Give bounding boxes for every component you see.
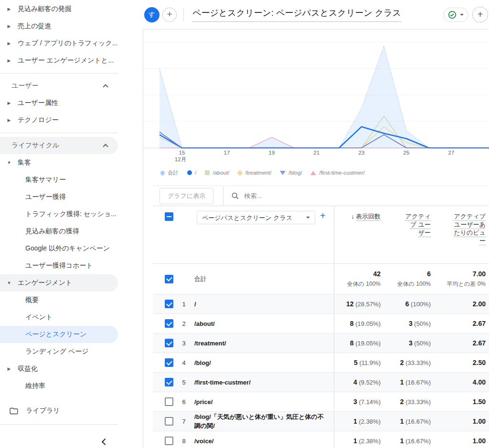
sidebar-item-engagement-overview[interactable]: 概要 [0,292,118,309]
legend-item[interactable]: /about/ [205,170,229,176]
traffic-chart: 1512月171921232527 [143,30,489,166]
sidebar-item-user-engagement[interactable]: ▶ユーザー エンゲージメントと... [0,52,118,69]
table-row[interactable]: 2 /about/ 8 (19.05%) 3 (50%) 2.67 [153,313,489,333]
table-row[interactable]: 6 /price/ 3 (7.14%) 2 (33.33%) 1.50 [153,392,489,411]
sidebar-item-non-google-campaigns[interactable]: Google 以外のキャンペーン [0,240,118,257]
sidebar-collapse [0,432,118,448]
row-number: 4 [173,359,194,366]
views-per-user-cell: 4.00 [431,378,486,386]
users-cell: 2 (33.33%) [381,359,431,366]
totals-checkbox[interactable] [165,275,173,283]
page-path-cell: /blog/「天気が悪いと体が重い」気圧と体の不調の関/ [194,412,334,431]
row-checkbox[interactable] [165,378,173,386]
sidebar-divider [0,73,118,73]
select-all-checkbox[interactable] [165,212,173,221]
sidebar-item-pages-and-screens[interactable]: ページとスクリーン [0,326,118,343]
caret-down-icon[interactable]: ▼ [7,160,11,165]
sidebar-item-label: ユーザー属性 [18,99,58,107]
sidebar-item-user-acquisition[interactable]: ユーザー獲得 [0,188,118,206]
sidebar-item-label: 見込み顧客の発掘 [18,5,72,13]
sidebar-item-user-attributes[interactable]: ▶ユーザー属性 [0,94,118,112]
row-checkbox[interactable] [165,417,173,426]
legend-item[interactable]: / [187,170,196,176]
table-row[interactable]: 4 /blog/ 5 (11.9%) 2 (33.33%) 2.50 [153,353,489,372]
sidebar-item-label: Google 以外のキャンペーン [25,244,110,253]
legend-item[interactable]: /treatment/ [238,170,271,176]
table-row[interactable]: 5 /first-time-custmer/ 4 (9.52%) 1 (16.6… [153,372,489,392]
sidebar-item-monetization[interactable]: ▶収益化 [0,360,118,377]
column-header-active-users[interactable]: アクティブ ユーザー [381,206,431,237]
table-row[interactable]: 7 /blog/「天気が悪いと体が重い」気圧と体の不調の関/ 1 (2.38%)… [153,411,489,431]
table-row[interactable]: 1 / 12 (28.57%) 6 (100%) 2.00 [153,294,489,313]
sidebar-item-generate-leads[interactable]: ▶見込み顧客の発掘 [0,0,118,18]
sidebar-item-label: 集客サマリー [25,176,66,184]
show-on-chart-button[interactable]: グラフに表示 [159,188,213,204]
sidebar-item-retention[interactable]: 維持率 [0,377,118,395]
row-checkbox[interactable] [165,319,173,328]
sidebar-item-library[interactable]: ライブラリ [0,401,118,420]
sidebar-item-label: ライブラリ [26,406,60,415]
sidebar-item-label: トラフィック獲得: セッショ... [25,210,117,219]
row-checkbox[interactable] [165,339,173,347]
sidebar-item-label: ページとスクリーン [25,330,86,339]
caret-right-icon[interactable]: ▶ [7,24,11,29]
dimension-selector-dropdown[interactable]: ページパスとスクリーン クラス [197,211,315,224]
caret-right-icon[interactable]: ▶ [7,41,11,46]
dimension-header-cell: ページパスとスクリーン クラス + [194,206,334,263]
caret-right-icon[interactable]: ▶ [7,58,11,63]
table-toolbar: グラフに表示 [153,186,489,206]
sidebar-section-user[interactable]: ユーザー [0,77,118,94]
views-per-user-cell: 1.00 [431,437,486,445]
sidebar-item-acquisition-overview[interactable]: 集客サマリー [0,171,118,188]
row-checkbox[interactable] [165,397,173,406]
sidebar-item-engagement[interactable]: ▼エンゲージメント [0,274,118,292]
table-row[interactable]: 3 /treatment/ 8 (19.05%) 3 (50%) 2.67 [153,333,489,353]
views-per-user-cell: 1.00 [431,417,486,425]
svg-text:25: 25 [404,150,410,156]
row-checkbox[interactable] [165,437,173,445]
chevron-left-icon[interactable] [102,438,108,445]
views-cell: 5 (11.9%) [334,359,381,366]
caret-right-icon[interactable]: ▶ [7,7,11,11]
caret-right-icon[interactable]: ▶ [7,366,11,371]
sidebar-section-lifecycle[interactable]: ライフサイクル [0,137,118,154]
sidebar-item-events[interactable]: イベント [0,309,118,326]
svg-text:12月: 12月 [175,156,186,162]
views-cell: 12 (28.57%) [334,300,381,308]
sidebar-item-label: 見込み顧客の獲得 [25,227,79,236]
table-header-row: ページパスとスクリーン クラス + ↓表示回数 アクティブ ユーザー アクティブ… [153,206,489,263]
line-chart-canvas[interactable]: 1512月171921232527 [143,30,489,166]
row-checkbox[interactable] [165,358,173,367]
sidebar-item-traffic-acquisition[interactable]: トラフィック獲得: セッショ... [0,206,118,223]
legend-item[interactable]: /first-time-custmer/ [310,170,364,176]
column-header-views-per-user[interactable]: アクティブ ユーザーあたりのビュー [431,206,486,245]
sidebar-item-technology[interactable]: ▶テクノロジー [0,112,118,129]
circle-marker-icon [187,170,192,175]
sidebar-item-drive-sales[interactable]: ▶売上の促進 [0,18,118,35]
svg-text:15: 15 [179,150,185,156]
segment-chip-avatar[interactable]: す [144,7,159,22]
report-status-button[interactable] [443,8,468,22]
legend-label: 合計 [168,169,179,177]
legend-item[interactable]: /blog/ [280,170,302,176]
add-dimension-button[interactable]: + [320,211,326,220]
sidebar-item-lead-acquisition[interactable]: 見込み顧客の獲得 [0,223,118,240]
search-input[interactable] [244,192,435,199]
caret-right-icon[interactable]: ▶ [7,118,11,123]
add-metric-button[interactable]: + [472,7,488,22]
page-title[interactable]: ページとスクリーン: ページパスとスクリーン クラス [192,7,401,22]
table-totals-row: 合計 42 全体の 100% 6 全体の 100% 7.00 平均との差 0% [153,263,489,294]
row-number: 2 [173,320,194,327]
caret-right-icon[interactable]: ▶ [7,101,11,105]
sidebar-item-landing-page[interactable]: ランディング ページ [0,343,118,360]
add-comparison-button[interactable]: + [162,8,177,22]
column-header-views[interactable]: ↓表示回数 [334,206,381,220]
sidebar-item-user-acquisition-cohorts[interactable]: ユーザー獲得コホート [0,257,118,274]
svg-text:19: 19 [269,150,275,156]
sidebar-item-acquisition[interactable]: ▼集客 [0,154,118,171]
sidebar-item-web-app-traffic[interactable]: ▶ウェブ / アプリのトラフィック... [0,35,118,52]
table-row[interactable]: 8 /voice/ 1 (2.38%) 1 (16.67%) 1.00 [153,431,489,448]
caret-down-icon[interactable]: ▼ [7,281,11,285]
row-checkbox[interactable] [165,300,173,308]
legend-item[interactable]: 合計 [160,169,179,177]
